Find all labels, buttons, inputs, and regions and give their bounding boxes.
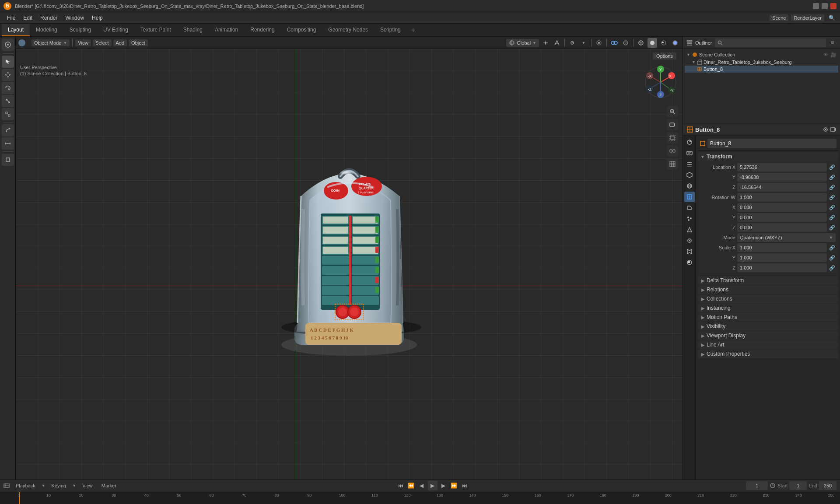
scene-collection-item[interactable]: ▼ Diner_Retro_Tabletop_Jukebox_Seeburg xyxy=(685,59,838,66)
add-menu[interactable]: Add xyxy=(113,39,127,46)
custom-properties-section[interactable]: ▶ Custom Properties xyxy=(698,350,838,358)
zoom-to-fit-btn[interactable] xyxy=(667,106,678,117)
tab-layout[interactable]: Layout xyxy=(2,24,30,36)
scale-z-link[interactable]: 🔗 xyxy=(829,264,836,271)
add-workspace-button[interactable]: + xyxy=(407,24,420,36)
menu-file[interactable]: File xyxy=(4,14,19,22)
transform-global-dropdown[interactable]: Global ▼ xyxy=(506,39,539,47)
proportional-editing[interactable] xyxy=(594,38,604,48)
physics-props-tab[interactable] xyxy=(684,224,695,235)
rotation-w-link[interactable]: 🔗 xyxy=(829,194,836,201)
render-border-btn[interactable] xyxy=(667,132,678,144)
frame-start[interactable]: 1 xyxy=(789,481,807,490)
step-forward-btn[interactable]: ▶ xyxy=(439,481,448,490)
particles-props-tab[interactable] xyxy=(684,214,695,224)
scene-collection-root[interactable]: ▼ Scene Collection 👁 🎥 xyxy=(685,51,838,59)
select-tool-btn[interactable] xyxy=(2,56,14,68)
rotation-w-field[interactable]: 1.000 xyxy=(737,193,827,202)
button8-object[interactable]: Button_8 xyxy=(685,66,838,73)
snap-dropdown[interactable]: ▼ xyxy=(579,38,588,48)
camera-view-btn[interactable] xyxy=(667,119,678,130)
data-props-tab[interactable] xyxy=(684,246,695,257)
scale-y-field[interactable]: 1.000 xyxy=(737,253,827,262)
scale-x-field[interactable]: 1.000 xyxy=(737,243,827,252)
object-props-tab[interactable] xyxy=(684,192,695,202)
xray-toggle[interactable] xyxy=(621,38,630,48)
rotate-tool-btn[interactable] xyxy=(2,82,14,94)
playback-menu[interactable]: Playback xyxy=(13,482,38,489)
tab-texture-paint[interactable]: Texture Paint xyxy=(134,24,177,36)
location-y-field[interactable]: -8.98638 xyxy=(737,173,827,182)
menu-window[interactable]: Window xyxy=(62,14,88,22)
scale-y-link[interactable]: 🔗 xyxy=(829,254,836,261)
pivot-dropdown[interactable] xyxy=(541,38,550,48)
motion-paths-section[interactable]: ▶ Motion Paths xyxy=(698,313,838,322)
tab-animation[interactable]: Animation xyxy=(209,24,244,36)
jump-end-btn[interactable]: ⏭ xyxy=(460,481,469,490)
scale-x-link[interactable]: 🔗 xyxy=(829,244,836,251)
location-z-link[interactable]: 🔗 xyxy=(829,184,836,191)
playhead[interactable] xyxy=(19,492,20,504)
scale-z-field[interactable]: 1.000 xyxy=(737,263,827,272)
tab-modeling[interactable]: Modeling xyxy=(30,24,63,36)
step-back-btn[interactable]: ◀ xyxy=(417,481,426,490)
render-props-tab[interactable] xyxy=(684,137,695,147)
menu-render[interactable]: Render xyxy=(37,14,61,22)
menu-edit[interactable]: Edit xyxy=(20,14,36,22)
relations-section[interactable]: ▶ Relations xyxy=(698,285,838,294)
menu-help[interactable]: Help xyxy=(88,14,106,22)
tab-scripting[interactable]: Scripting xyxy=(374,24,407,36)
rotation-y-link[interactable]: 🔗 xyxy=(829,214,836,221)
rotation-y-field[interactable]: 0.000 xyxy=(737,213,827,222)
material-shading[interactable] xyxy=(659,38,668,48)
location-z-field[interactable]: -16.56544 xyxy=(737,183,827,192)
filter-icon[interactable]: ⚙ xyxy=(829,39,836,47)
rotation-z-link[interactable]: 🔗 xyxy=(829,224,836,231)
tab-compositing[interactable]: Compositing xyxy=(281,24,322,36)
navigation-gizmo[interactable]: X -X Y -Y Z -Z xyxy=(643,65,678,100)
obj-visibility-icon[interactable] xyxy=(822,126,829,133)
location-y-link[interactable]: 🔗 xyxy=(829,174,836,181)
obj-camera-icon[interactable] xyxy=(830,126,836,133)
location-x-link[interactable]: 🔗 xyxy=(829,164,836,171)
prev-keyframe-btn[interactable]: ⏪ xyxy=(407,481,416,490)
snap-toggle[interactable] xyxy=(567,38,577,48)
object-mode-dropdown[interactable]: Object Mode ▼ xyxy=(32,39,70,46)
current-frame[interactable]: 1 xyxy=(746,481,768,490)
output-props-tab[interactable] xyxy=(684,148,695,158)
minimize-button[interactable] xyxy=(813,3,819,9)
viewport[interactable]: Object Mode ▼ View Select Add Object xyxy=(16,37,682,480)
scale-tool-btn[interactable] xyxy=(2,95,14,107)
viewport-canvas[interactable]: User Perspective (1) Scene Collection | … xyxy=(16,49,682,480)
viewport-display-section[interactable]: ▶ Viewport Display xyxy=(698,331,838,340)
rotation-mode-select[interactable]: Quaternion (WXYZ) ▼ xyxy=(737,233,836,242)
transform-orientation-btn[interactable] xyxy=(552,38,562,48)
move-tool-btn[interactable] xyxy=(2,69,14,81)
view-menu-timeline[interactable]: View xyxy=(80,482,95,489)
tab-rendering[interactable]: Rendering xyxy=(244,24,280,36)
eye-icon[interactable]: 👁 xyxy=(823,52,828,57)
scene-props-tab[interactable] xyxy=(684,170,695,180)
tab-uv-editing[interactable]: UV Editing xyxy=(97,24,134,36)
tab-geometry-nodes[interactable]: Geometry Nodes xyxy=(322,24,374,36)
outliner-search[interactable] xyxy=(715,38,826,47)
tab-sculpting[interactable]: Sculpting xyxy=(63,24,97,36)
tab-shading[interactable]: Shading xyxy=(177,24,209,36)
world-props-tab[interactable] xyxy=(684,181,695,191)
visibility-section[interactable]: ▶ Visibility xyxy=(698,322,838,331)
select-menu[interactable]: Select xyxy=(93,39,112,46)
close-button[interactable] xyxy=(830,3,836,9)
marker-menu[interactable]: Marker xyxy=(99,482,119,489)
play-pause-btn[interactable]: ▶ xyxy=(428,481,438,490)
window-controls[interactable] xyxy=(813,3,836,9)
search-icon[interactable]: 🔍 xyxy=(827,13,836,23)
transform-header[interactable]: ▼ Transform xyxy=(698,152,838,161)
next-keyframe-btn[interactable]: ⏩ xyxy=(450,481,458,490)
rotation-x-field[interactable]: 0.000 xyxy=(737,203,827,212)
viewlayer-props-tab[interactable] xyxy=(684,159,695,169)
object-name-input[interactable]: Button_8 xyxy=(707,139,836,148)
material-props-tab[interactable] xyxy=(684,257,695,268)
location-x-field[interactable]: 5.27536 xyxy=(737,163,827,172)
cam-icon[interactable]: 🎥 xyxy=(830,52,836,58)
delta-transform-section[interactable]: ▶ Delta Transform xyxy=(698,276,838,285)
